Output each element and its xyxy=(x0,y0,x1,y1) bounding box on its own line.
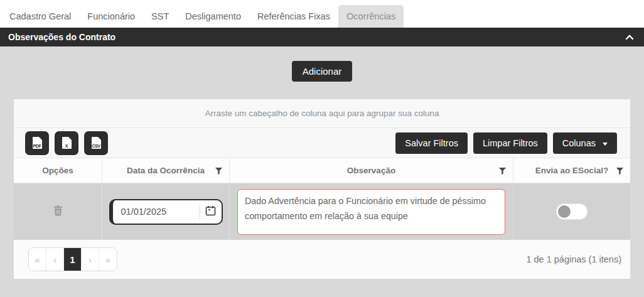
delete-row-button[interactable] xyxy=(53,205,63,218)
column-header-data-ocorrencia: Data da Ocorrência xyxy=(102,158,229,183)
filter-funnel-icon[interactable] xyxy=(498,166,507,175)
collapse-panel-button[interactable] xyxy=(625,33,634,42)
calendar-button[interactable] xyxy=(200,205,222,219)
export-excel-button[interactable]: X xyxy=(55,131,78,155)
panel-title: Observações do Contrato xyxy=(8,32,115,42)
tab-desligamento[interactable]: Desligamento xyxy=(177,5,249,28)
csv-file-icon: CSV xyxy=(92,137,101,149)
esocial-toggle[interactable] xyxy=(556,203,588,220)
columns-dropdown-button[interactable]: Colunas xyxy=(553,132,617,154)
column-header-envia-esocial: Envia ao ESocial? xyxy=(513,158,630,183)
occurrences-grid: Arraste um cabeçalho de coluna aqui para… xyxy=(14,99,630,279)
excel-file-icon: X xyxy=(62,137,72,149)
panel-header: Observações do Contrato xyxy=(0,28,644,46)
esocial-cell xyxy=(513,183,630,240)
tab-sst[interactable]: SST xyxy=(143,5,177,28)
pager-buttons: « ‹ 1 › » xyxy=(28,247,117,271)
tab-ocorrencias[interactable]: Ocorrências xyxy=(338,5,404,28)
last-page-button[interactable]: » xyxy=(99,248,117,271)
table-row: Dado Advertência para o Funcionário em v… xyxy=(14,183,630,240)
clear-filters-button[interactable]: Limpar Filtros xyxy=(473,132,547,154)
first-page-button[interactable]: « xyxy=(29,248,46,271)
prev-page-button[interactable]: ‹ xyxy=(46,248,64,271)
pager: « ‹ 1 › » 1 de 1 páginas (1 itens) xyxy=(14,240,630,279)
group-hint-text: Arraste um cabeçalho de coluna aqui para… xyxy=(205,109,439,118)
group-drop-area[interactable]: Arraste um cabeçalho de coluna aqui para… xyxy=(14,99,630,128)
export-pdf-button[interactable]: PDF xyxy=(25,131,49,155)
pager-info: 1 de 1 páginas (1 itens) xyxy=(526,254,621,264)
tab-bar: Cadastro Geral Funcionário SST Desligame… xyxy=(0,0,644,28)
add-button[interactable]: Adicionar xyxy=(292,61,353,82)
grid-toolbar: PDF X CSV Salvar Filtros Limpar Filtros … xyxy=(14,128,630,158)
table-header-row: Opções Data da Ocorrência Observação Env… xyxy=(14,158,630,183)
calendar-icon xyxy=(205,205,216,218)
page-1-button[interactable]: 1 xyxy=(64,248,82,271)
options-cell xyxy=(14,183,102,240)
column-header-opcoes: Opções xyxy=(14,158,102,183)
chevron-up-icon xyxy=(625,33,634,42)
save-filters-button[interactable]: Salvar Filtros xyxy=(395,132,468,154)
date-picker xyxy=(109,199,223,225)
panel-content: Adicionar Arraste um cabeçalho de coluna… xyxy=(0,46,644,279)
caret-down-icon xyxy=(603,143,608,146)
date-input[interactable] xyxy=(113,206,182,217)
next-page-button[interactable]: › xyxy=(82,248,99,271)
trash-icon xyxy=(53,205,63,218)
pdf-file-icon: PDF xyxy=(33,137,42,149)
tab-funcionario[interactable]: Funcionário xyxy=(79,5,143,28)
tab-cadastro-geral[interactable]: Cadastro Geral xyxy=(1,5,79,28)
column-header-observacao: Observação xyxy=(229,158,513,183)
tab-referencias-fixas[interactable]: Referências Fixas xyxy=(249,5,338,28)
export-csv-button[interactable]: CSV xyxy=(84,131,108,155)
filter-funnel-icon[interactable] xyxy=(616,166,624,175)
filter-funnel-icon[interactable] xyxy=(215,166,223,175)
date-cell xyxy=(102,183,229,240)
observation-textarea[interactable]: Dado Advertência para o Funcionário em v… xyxy=(237,189,505,235)
toggle-knob xyxy=(558,205,571,218)
observation-cell: Dado Advertência para o Funcionário em v… xyxy=(229,183,513,240)
